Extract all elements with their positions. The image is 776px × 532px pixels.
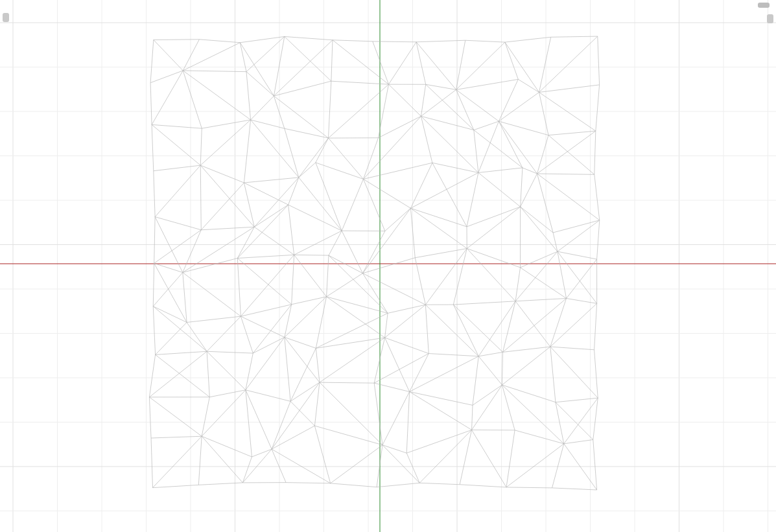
svg-line-294: [472, 405, 473, 430]
svg-line-250: [290, 348, 316, 401]
svg-line-110: [288, 178, 299, 205]
svg-line-31: [598, 36, 600, 85]
svg-line-38: [183, 71, 250, 120]
svg-line-133: [154, 217, 155, 264]
svg-line-0: [154, 40, 200, 40]
svg-line-192: [521, 251, 558, 268]
svg-line-228: [453, 305, 502, 352]
svg-line-287: [374, 383, 409, 391]
svg-line-223: [425, 305, 429, 353]
svg-line-237: [156, 351, 207, 354]
editor-viewport[interactable]: [0, 0, 776, 532]
svg-line-184: [362, 273, 388, 314]
top-right-handle-1[interactable]: [758, 3, 770, 8]
svg-line-22: [416, 42, 456, 90]
svg-line-113: [316, 163, 342, 231]
svg-line-256: [385, 338, 410, 391]
svg-line-181: [327, 273, 363, 297]
svg-line-214: [285, 297, 327, 338]
svg-line-154: [410, 208, 467, 248]
svg-line-282: [272, 382, 320, 449]
svg-line-136: [201, 227, 254, 230]
svg-line-296: [502, 385, 555, 402]
svg-line-199: [558, 251, 597, 303]
svg-line-260: [410, 356, 479, 392]
svg-line-4: [183, 40, 199, 71]
svg-line-178: [294, 255, 327, 297]
svg-line-73: [251, 120, 299, 178]
svg-line-116: [363, 179, 384, 231]
svg-line-330: [419, 483, 460, 484]
svg-line-100: [155, 165, 200, 216]
svg-line-148: [342, 231, 362, 273]
svg-line-229: [515, 298, 567, 301]
svg-line-235: [594, 303, 597, 349]
svg-line-205: [187, 316, 241, 322]
svg-line-272: [149, 397, 151, 438]
svg-line-247: [285, 337, 316, 348]
svg-line-145: [294, 231, 342, 255]
svg-line-180: [327, 255, 329, 297]
svg-line-244: [253, 337, 285, 353]
svg-line-305: [151, 438, 152, 488]
svg-line-105: [244, 178, 298, 183]
svg-line-195: [521, 268, 567, 299]
svg-line-289: [382, 392, 410, 445]
svg-line-243: [207, 351, 246, 390]
svg-line-172: [237, 255, 294, 258]
svg-line-86: [474, 121, 499, 130]
svg-line-126: [521, 168, 523, 207]
svg-line-98: [154, 165, 200, 171]
svg-line-123: [467, 172, 478, 226]
svg-line-93: [548, 131, 596, 135]
svg-line-337: [506, 430, 515, 487]
svg-line-288: [374, 383, 382, 445]
svg-line-311: [202, 436, 242, 483]
svg-line-227: [478, 301, 515, 356]
svg-line-119: [410, 163, 432, 208]
svg-line-341: [552, 444, 564, 488]
svg-line-67: [152, 124, 200, 165]
svg-line-295: [472, 385, 502, 430]
svg-line-203: [153, 306, 207, 352]
svg-line-103: [200, 165, 254, 227]
svg-line-80: [379, 116, 421, 137]
svg-line-213: [285, 305, 292, 338]
svg-line-196: [558, 251, 597, 259]
svg-line-221: [385, 305, 426, 338]
svg-line-174: [241, 255, 294, 316]
svg-line-115: [363, 163, 432, 179]
svg-line-106: [244, 183, 254, 227]
svg-line-183: [362, 258, 415, 273]
svg-line-56: [456, 89, 474, 130]
svg-line-317: [272, 449, 286, 483]
svg-line-258: [429, 354, 478, 356]
svg-line-187: [415, 258, 425, 305]
svg-line-69: [200, 128, 202, 165]
svg-line-216: [316, 297, 326, 349]
svg-line-108: [244, 183, 288, 205]
top-right-handle-2[interactable]: [767, 14, 773, 23]
svg-line-57: [456, 89, 499, 121]
svg-line-308: [202, 436, 252, 457]
svg-line-292: [410, 392, 472, 430]
svg-line-263: [478, 356, 502, 385]
svg-line-281: [272, 401, 290, 449]
svg-line-114: [342, 179, 363, 231]
svg-line-175: [237, 258, 291, 304]
mesh-canvas[interactable]: [0, 0, 776, 532]
svg-line-307: [153, 436, 202, 487]
svg-line-194: [515, 251, 558, 301]
svg-line-315: [242, 449, 272, 483]
svg-line-102: [200, 165, 201, 230]
svg-line-339: [506, 444, 564, 487]
svg-line-186: [415, 248, 467, 257]
svg-line-179: [329, 255, 362, 273]
svg-line-89: [474, 130, 523, 168]
svg-line-34: [150, 83, 152, 125]
top-left-handle[interactable]: [3, 13, 9, 22]
svg-line-204: [156, 322, 187, 354]
svg-line-290: [410, 392, 473, 406]
svg-line-286: [320, 382, 382, 445]
svg-line-141: [254, 227, 294, 255]
